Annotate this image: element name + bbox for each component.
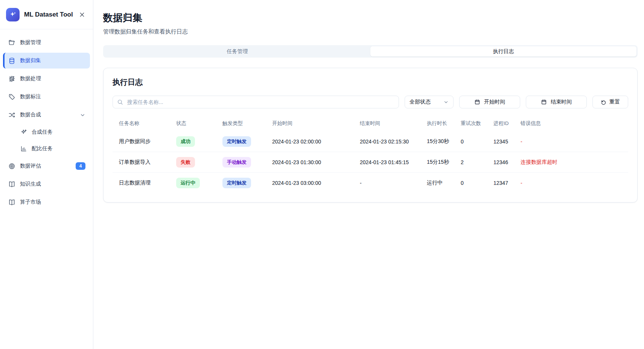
tab-task-management[interactable]: 任务管理 — [104, 46, 370, 56]
sidebar-item-operator-market[interactable]: 算子市场 — [3, 194, 90, 210]
logs-table: 任务名称 状态 触发类型 开始时间 结束时间 执行时长 重试次数 进程ID 错误… — [113, 116, 628, 193]
sparkles-small-icon — [20, 129, 27, 136]
sidebar-close-button[interactable] — [78, 10, 87, 19]
start-time: 2024-01-23 03:00:00 — [272, 180, 360, 186]
end-time: 2024-01-23 02:15:30 — [360, 139, 427, 145]
sidebar-item-label: 数据标注 — [20, 93, 41, 100]
trigger-badge: 定时触发 — [222, 136, 251, 147]
column-header: 重试次数 — [461, 120, 493, 127]
count-badge: 4 — [76, 162, 85, 170]
start-time: 2024-01-23 02:00:00 — [272, 139, 360, 145]
end-time-label: 结束时间 — [551, 99, 572, 105]
sidebar-item-label: 算子市场 — [20, 199, 41, 206]
column-header: 触发类型 — [222, 120, 272, 127]
bar-chart-icon — [20, 145, 27, 152]
sidebar-item-data-collection[interactable]: 数据归集 — [3, 53, 90, 69]
table-row: 用户数据同步 成功 定时触发 2024-01-23 02:00:00 2024-… — [113, 131, 628, 152]
task-name: 订单数据导入 — [113, 159, 176, 166]
book-icon — [8, 181, 15, 188]
sidebar-item-label: 数据处理 — [20, 75, 41, 82]
end-time: - — [360, 180, 427, 186]
database-icon — [8, 57, 15, 64]
page-subtitle: 管理数据归集任务和查看执行日志 — [103, 28, 638, 35]
calendar-icon — [541, 99, 547, 105]
column-header: 结束时间 — [360, 120, 427, 127]
column-header: 进程ID — [493, 120, 521, 127]
tab-execution-logs[interactable]: 执行日志 — [370, 46, 636, 56]
column-header: 状态 — [176, 120, 222, 127]
start-time-label: 开始时间 — [484, 99, 505, 105]
column-header: 任务名称 — [113, 120, 176, 127]
sparkles-icon — [9, 11, 17, 18]
sidebar-item-label: 配比任务 — [32, 145, 53, 152]
chevron-down-icon — [80, 112, 85, 118]
chevron-down-icon — [443, 99, 449, 105]
table-row: 订单数据导入 失败 手动触发 2024-01-23 01:30:00 2024-… — [113, 152, 628, 172]
error-message: - — [521, 180, 628, 186]
table-header-row: 任务名称 状态 触发类型 开始时间 结束时间 执行时长 重试次数 进程ID 错误… — [113, 116, 628, 131]
retry-count: 2 — [461, 159, 493, 165]
page-title: 数据归集 — [103, 11, 638, 24]
process-id: 12347 — [493, 180, 521, 186]
book-open-icon — [8, 199, 15, 206]
app-logo — [6, 8, 20, 21]
start-time-button[interactable]: 开始时间 — [459, 96, 520, 108]
tab-bar: 任务管理 执行日志 — [103, 45, 638, 58]
sidebar-item-label: 数据管理 — [20, 39, 41, 46]
sidebar-item-label: 数据合成 — [20, 111, 41, 118]
error-message: - — [521, 139, 628, 145]
task-name: 用户数据同步 — [113, 138, 176, 145]
task-name: 日志数据清理 — [113, 180, 176, 186]
close-icon — [79, 12, 85, 18]
sidebar-item-label: 合成任务 — [32, 129, 53, 136]
sidebar: ML Dataset Tool 数据管理 数据归集 数据处理 — [0, 0, 93, 349]
reset-label: 重置 — [609, 99, 620, 105]
duration: 运行中 — [427, 180, 461, 186]
calendar-icon — [474, 99, 480, 105]
execution-logs-card: 执行日志 全部状态 开始时间 — [103, 68, 638, 203]
duration: 15分30秒 — [427, 138, 461, 145]
sidebar-item-synthesis-task[interactable]: 合成任务 — [3, 125, 90, 139]
shuffle-icon — [8, 111, 15, 119]
main-content: 数据归集 管理数据归集任务和查看执行日志 任务管理 执行日志 执行日志 全部状态 — [93, 0, 644, 349]
search-input[interactable] — [113, 96, 399, 108]
reset-button[interactable]: 重置 — [592, 96, 628, 108]
sidebar-item-knowledge-generation[interactable]: 知识生成 — [3, 176, 90, 192]
target-icon — [8, 163, 15, 170]
sidebar-item-label: 数据评估 — [20, 163, 41, 169]
end-time: 2024-01-23 01:45:15 — [360, 159, 427, 165]
reset-icon — [601, 99, 606, 105]
folder-icon — [8, 39, 15, 46]
sidebar-item-data-processing[interactable]: 数据处理 — [3, 71, 90, 87]
retry-count: 0 — [461, 180, 493, 186]
sidebar-item-data-labeling[interactable]: 数据标注 — [3, 89, 90, 105]
card-title: 执行日志 — [113, 77, 628, 87]
retry-count: 0 — [461, 139, 493, 145]
column-header: 执行时长 — [427, 120, 461, 127]
sidebar-nav: 数据管理 数据归集 数据处理 数据标注 数据合成 — [0, 29, 93, 349]
status-badge: 运行中 — [176, 178, 200, 188]
sidebar-item-ratio-task[interactable]: 配比任务 — [3, 142, 90, 156]
trigger-badge: 手动触发 — [222, 157, 251, 168]
sidebar-item-label: 数据归集 — [20, 57, 41, 64]
start-time: 2024-01-23 01:30:00 — [272, 159, 360, 165]
tag-icon — [8, 93, 15, 101]
status-filter-select[interactable]: 全部状态 — [405, 96, 454, 108]
process-id: 12346 — [493, 159, 521, 165]
sidebar-header: ML Dataset Tool — [0, 0, 93, 29]
app-title: ML Dataset Tool — [24, 11, 73, 18]
status-badge: 成功 — [176, 136, 195, 147]
sidebar-item-data-evaluation[interactable]: 数据评估 4 — [3, 158, 90, 174]
process-id: 12345 — [493, 139, 521, 145]
column-header: 开始时间 — [272, 120, 360, 127]
sidebar-item-label: 知识生成 — [20, 181, 41, 187]
search-box — [113, 96, 399, 108]
filter-bar: 全部状态 开始时间 结束时间 — [113, 96, 628, 108]
status-filter-value: 全部状态 — [410, 99, 431, 105]
status-badge: 失败 — [176, 157, 195, 168]
sidebar-item-data-management[interactable]: 数据管理 — [3, 35, 90, 50]
end-time-button[interactable]: 结束时间 — [526, 96, 587, 108]
duration: 15分15秒 — [427, 159, 461, 166]
sidebar-item-data-synthesis[interactable]: 数据合成 — [3, 107, 90, 123]
table-row: 日志数据清理 运行中 定时触发 2024-01-23 03:00:00 - 运行… — [113, 172, 628, 193]
